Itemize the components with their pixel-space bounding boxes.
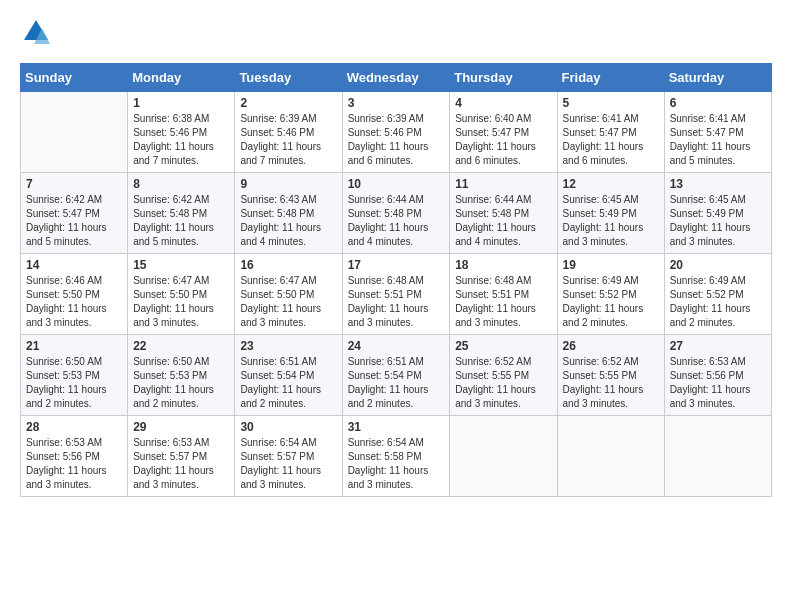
day-info: Sunrise: 6:47 AM Sunset: 5:50 PM Dayligh… (133, 274, 229, 330)
logo-icon (22, 18, 50, 46)
calendar-cell: 25Sunrise: 6:52 AM Sunset: 5:55 PM Dayli… (450, 335, 557, 416)
day-info: Sunrise: 6:53 AM Sunset: 5:56 PM Dayligh… (26, 436, 122, 492)
day-info: Sunrise: 6:45 AM Sunset: 5:49 PM Dayligh… (563, 193, 659, 249)
day-number: 8 (133, 177, 229, 191)
day-info: Sunrise: 6:45 AM Sunset: 5:49 PM Dayligh… (670, 193, 766, 249)
day-info: Sunrise: 6:42 AM Sunset: 5:47 PM Dayligh… (26, 193, 122, 249)
calendar-cell: 21Sunrise: 6:50 AM Sunset: 5:53 PM Dayli… (21, 335, 128, 416)
day-header-thursday: Thursday (450, 64, 557, 92)
day-info: Sunrise: 6:50 AM Sunset: 5:53 PM Dayligh… (26, 355, 122, 411)
day-number: 9 (240, 177, 336, 191)
day-info: Sunrise: 6:41 AM Sunset: 5:47 PM Dayligh… (563, 112, 659, 168)
calendar-cell: 18Sunrise: 6:48 AM Sunset: 5:51 PM Dayli… (450, 254, 557, 335)
day-number: 30 (240, 420, 336, 434)
calendar-cell: 30Sunrise: 6:54 AM Sunset: 5:57 PM Dayli… (235, 416, 342, 497)
day-number: 15 (133, 258, 229, 272)
day-info: Sunrise: 6:41 AM Sunset: 5:47 PM Dayligh… (670, 112, 766, 168)
week-row-2: 7Sunrise: 6:42 AM Sunset: 5:47 PM Daylig… (21, 173, 772, 254)
day-header-tuesday: Tuesday (235, 64, 342, 92)
day-number: 11 (455, 177, 551, 191)
calendar-body: 1Sunrise: 6:38 AM Sunset: 5:46 PM Daylig… (21, 92, 772, 497)
day-info: Sunrise: 6:39 AM Sunset: 5:46 PM Dayligh… (348, 112, 445, 168)
day-number: 24 (348, 339, 445, 353)
calendar-cell: 23Sunrise: 6:51 AM Sunset: 5:54 PM Dayli… (235, 335, 342, 416)
calendar-cell: 16Sunrise: 6:47 AM Sunset: 5:50 PM Dayli… (235, 254, 342, 335)
calendar-cell: 14Sunrise: 6:46 AM Sunset: 5:50 PM Dayli… (21, 254, 128, 335)
day-number: 29 (133, 420, 229, 434)
day-info: Sunrise: 6:46 AM Sunset: 5:50 PM Dayligh… (26, 274, 122, 330)
day-number: 18 (455, 258, 551, 272)
day-header-wednesday: Wednesday (342, 64, 450, 92)
day-info: Sunrise: 6:49 AM Sunset: 5:52 PM Dayligh… (670, 274, 766, 330)
day-number: 6 (670, 96, 766, 110)
day-number: 31 (348, 420, 445, 434)
calendar-cell: 7Sunrise: 6:42 AM Sunset: 5:47 PM Daylig… (21, 173, 128, 254)
day-number: 3 (348, 96, 445, 110)
week-row-5: 28Sunrise: 6:53 AM Sunset: 5:56 PM Dayli… (21, 416, 772, 497)
day-number: 21 (26, 339, 122, 353)
day-number: 16 (240, 258, 336, 272)
day-info: Sunrise: 6:54 AM Sunset: 5:58 PM Dayligh… (348, 436, 445, 492)
calendar-cell: 9Sunrise: 6:43 AM Sunset: 5:48 PM Daylig… (235, 173, 342, 254)
calendar-cell: 6Sunrise: 6:41 AM Sunset: 5:47 PM Daylig… (664, 92, 771, 173)
calendar-cell: 8Sunrise: 6:42 AM Sunset: 5:48 PM Daylig… (128, 173, 235, 254)
calendar-table: SundayMondayTuesdayWednesdayThursdayFrid… (20, 63, 772, 497)
week-row-3: 14Sunrise: 6:46 AM Sunset: 5:50 PM Dayli… (21, 254, 772, 335)
day-info: Sunrise: 6:48 AM Sunset: 5:51 PM Dayligh… (348, 274, 445, 330)
calendar-cell: 11Sunrise: 6:44 AM Sunset: 5:48 PM Dayli… (450, 173, 557, 254)
day-number: 23 (240, 339, 336, 353)
header (20, 18, 772, 51)
day-info: Sunrise: 6:47 AM Sunset: 5:50 PM Dayligh… (240, 274, 336, 330)
day-info: Sunrise: 6:40 AM Sunset: 5:47 PM Dayligh… (455, 112, 551, 168)
day-number: 10 (348, 177, 445, 191)
calendar-cell (557, 416, 664, 497)
day-info: Sunrise: 6:52 AM Sunset: 5:55 PM Dayligh… (563, 355, 659, 411)
day-info: Sunrise: 6:51 AM Sunset: 5:54 PM Dayligh… (348, 355, 445, 411)
calendar-cell (450, 416, 557, 497)
day-number: 22 (133, 339, 229, 353)
day-header-saturday: Saturday (664, 64, 771, 92)
calendar-cell: 4Sunrise: 6:40 AM Sunset: 5:47 PM Daylig… (450, 92, 557, 173)
day-number: 12 (563, 177, 659, 191)
day-info: Sunrise: 6:43 AM Sunset: 5:48 PM Dayligh… (240, 193, 336, 249)
calendar-cell: 22Sunrise: 6:50 AM Sunset: 5:53 PM Dayli… (128, 335, 235, 416)
calendar-header-row: SundayMondayTuesdayWednesdayThursdayFrid… (21, 64, 772, 92)
day-number: 4 (455, 96, 551, 110)
day-info: Sunrise: 6:54 AM Sunset: 5:57 PM Dayligh… (240, 436, 336, 492)
day-number: 2 (240, 96, 336, 110)
day-number: 17 (348, 258, 445, 272)
day-number: 25 (455, 339, 551, 353)
calendar-cell: 12Sunrise: 6:45 AM Sunset: 5:49 PM Dayli… (557, 173, 664, 254)
day-number: 5 (563, 96, 659, 110)
logo (20, 18, 50, 51)
calendar-cell: 29Sunrise: 6:53 AM Sunset: 5:57 PM Dayli… (128, 416, 235, 497)
day-number: 7 (26, 177, 122, 191)
day-info: Sunrise: 6:49 AM Sunset: 5:52 PM Dayligh… (563, 274, 659, 330)
day-info: Sunrise: 6:38 AM Sunset: 5:46 PM Dayligh… (133, 112, 229, 168)
calendar-cell: 15Sunrise: 6:47 AM Sunset: 5:50 PM Dayli… (128, 254, 235, 335)
day-header-sunday: Sunday (21, 64, 128, 92)
calendar-cell: 17Sunrise: 6:48 AM Sunset: 5:51 PM Dayli… (342, 254, 450, 335)
day-info: Sunrise: 6:42 AM Sunset: 5:48 PM Dayligh… (133, 193, 229, 249)
calendar-cell: 24Sunrise: 6:51 AM Sunset: 5:54 PM Dayli… (342, 335, 450, 416)
calendar-cell: 1Sunrise: 6:38 AM Sunset: 5:46 PM Daylig… (128, 92, 235, 173)
calendar-cell: 2Sunrise: 6:39 AM Sunset: 5:46 PM Daylig… (235, 92, 342, 173)
day-info: Sunrise: 6:51 AM Sunset: 5:54 PM Dayligh… (240, 355, 336, 411)
day-info: Sunrise: 6:39 AM Sunset: 5:46 PM Dayligh… (240, 112, 336, 168)
calendar-cell: 10Sunrise: 6:44 AM Sunset: 5:48 PM Dayli… (342, 173, 450, 254)
day-info: Sunrise: 6:48 AM Sunset: 5:51 PM Dayligh… (455, 274, 551, 330)
day-number: 19 (563, 258, 659, 272)
calendar-cell: 28Sunrise: 6:53 AM Sunset: 5:56 PM Dayli… (21, 416, 128, 497)
calendar-cell: 13Sunrise: 6:45 AM Sunset: 5:49 PM Dayli… (664, 173, 771, 254)
day-info: Sunrise: 6:52 AM Sunset: 5:55 PM Dayligh… (455, 355, 551, 411)
day-number: 1 (133, 96, 229, 110)
day-info: Sunrise: 6:53 AM Sunset: 5:57 PM Dayligh… (133, 436, 229, 492)
day-info: Sunrise: 6:44 AM Sunset: 5:48 PM Dayligh… (455, 193, 551, 249)
calendar-cell: 3Sunrise: 6:39 AM Sunset: 5:46 PM Daylig… (342, 92, 450, 173)
day-number: 13 (670, 177, 766, 191)
day-number: 27 (670, 339, 766, 353)
day-info: Sunrise: 6:50 AM Sunset: 5:53 PM Dayligh… (133, 355, 229, 411)
calendar-cell: 27Sunrise: 6:53 AM Sunset: 5:56 PM Dayli… (664, 335, 771, 416)
day-header-friday: Friday (557, 64, 664, 92)
calendar-cell: 20Sunrise: 6:49 AM Sunset: 5:52 PM Dayli… (664, 254, 771, 335)
